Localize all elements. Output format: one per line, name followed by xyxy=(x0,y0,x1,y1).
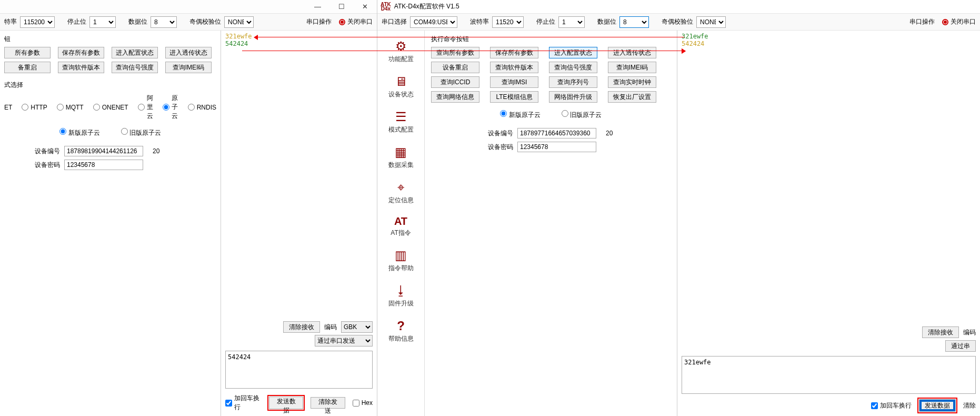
radio-et[interactable]: ET xyxy=(4,104,12,111)
query-sw-version-r[interactable]: 查询软件版本 xyxy=(490,62,538,73)
sidebar-item-help[interactable]: ?帮助信息 xyxy=(377,315,424,346)
sidebar-item-status[interactable]: 🖥设备状态 xyxy=(377,71,424,102)
device-id-input[interactable] xyxy=(64,146,143,156)
device-id-input-r[interactable] xyxy=(517,128,596,138)
parity-label: 奇偶校验位 xyxy=(189,17,221,26)
clear-partial-r: 清除 xyxy=(963,401,976,410)
radio-mqtt[interactable]: MQTT xyxy=(57,104,84,111)
minimize-button[interactable]: — xyxy=(306,0,329,14)
databit-label: 数据位 xyxy=(128,17,147,26)
stopbit-label: 停止位 xyxy=(67,17,86,26)
close-button[interactable]: ✕ xyxy=(353,0,377,14)
toolbar-right: 串口选择 COM49:USB-SEI 波特率 115200 停止位 1 数据位 … xyxy=(377,14,980,31)
atk-logo-icon: ATKD4x xyxy=(381,3,391,11)
send-via-r[interactable]: 通过串 xyxy=(945,340,976,352)
send-data-button-r[interactable]: 发送数据 xyxy=(919,399,956,412)
query-signal-button[interactable]: 查询信号强度 xyxy=(112,62,158,73)
enter-config-button[interactable]: 进入配置状态 xyxy=(112,47,158,58)
radio-aliyun[interactable]: 阿里云 xyxy=(138,94,153,121)
mode-radio-row: ET HTTP MQTT ONENET 阿里云 原子云 RNDIS xyxy=(4,94,216,121)
port-select[interactable]: COM49:USB-SEI xyxy=(410,16,457,28)
parity-label-r: 奇偶校验位 xyxy=(662,17,693,26)
sidebar-item-cmdhelp[interactable]: ▥指令帮助 xyxy=(377,245,424,276)
query-imei-button[interactable]: 查询IMEI码 xyxy=(165,62,212,73)
sidebar-item-firmware[interactable]: ⭳固件升级 xyxy=(377,280,424,311)
sidebar-item-mode[interactable]: ☰模式配置 xyxy=(377,106,424,137)
parity-select[interactable]: NONE xyxy=(224,16,254,28)
right-log-area: 321ewfe 542424 xyxy=(677,31,980,324)
radio-rndis[interactable]: RNDIS xyxy=(188,104,216,111)
factory-reset-r[interactable]: 恢复出厂设置 xyxy=(608,91,656,103)
device-pwd-input-r[interactable] xyxy=(517,142,596,152)
add-crlf-check[interactable]: 加回车换行 xyxy=(225,394,262,412)
left-window: — ☐ ✕ 特率 115200 停止位 1 数据位 8 奇偶校验位 NONE 串… xyxy=(0,0,377,416)
encoding-label-r: 编码 xyxy=(963,328,976,337)
query-net-r[interactable]: 查询网络信息 xyxy=(431,91,479,103)
left-config-panel: 钮 所有参数 保存所有参数 进入配置状态 进入透传状态 备重启 查询软件版本 查… xyxy=(0,31,221,416)
arrow-annotation-1 xyxy=(255,37,684,37)
device-restart-button[interactable]: 备重启 xyxy=(4,62,51,73)
radio-new-cloud[interactable]: 新版原子云 xyxy=(59,128,99,137)
radio-http[interactable]: HTTP xyxy=(22,104,47,111)
titlebar-right: ATKD4x ATK-D4x配置软件 V1.5 xyxy=(377,0,980,14)
device-pwd-input[interactable] xyxy=(64,160,143,170)
save-all-params-button[interactable]: 保存所有参数 xyxy=(58,47,104,58)
close-serial-button-r[interactable]: 关闭串口 xyxy=(942,17,976,26)
list-icon: ☰ xyxy=(395,110,407,124)
baud-select-r[interactable]: 115200 xyxy=(492,16,524,28)
query-imsi-r[interactable]: 查询IMSI xyxy=(490,76,538,88)
query-signal-r[interactable]: 查询信号强度 xyxy=(549,62,597,73)
query-all-params-button[interactable]: 所有参数 xyxy=(4,47,51,58)
query-sw-version-button[interactable]: 查询软件版本 xyxy=(58,62,104,73)
radio-old-cloud-r[interactable]: 旧版原子云 xyxy=(562,110,602,120)
question-icon: ? xyxy=(397,319,405,333)
hex-check[interactable]: Hex xyxy=(353,399,373,407)
log-line: 321ewfe xyxy=(682,33,976,40)
device-id-count: 20 xyxy=(153,147,159,155)
stopbit-select-r[interactable]: 1 xyxy=(558,16,585,28)
record-icon xyxy=(339,19,345,25)
radio-new-cloud-r[interactable]: 新版原子云 xyxy=(500,110,540,120)
send-data-button[interactable]: 发送数据 xyxy=(269,397,303,409)
sidebar-item-config[interactable]: ⚙功能配置 xyxy=(377,36,424,67)
send-textarea-r[interactable]: 321ewfe xyxy=(682,356,976,394)
radio-atom[interactable]: 原子云 xyxy=(163,94,178,121)
sidebar-item-at[interactable]: ATAT指令 xyxy=(377,212,424,241)
encoding-select[interactable]: GBK xyxy=(341,321,373,333)
query-all-params-r[interactable]: 查询所有参数 xyxy=(431,47,479,58)
sidebar-item-location[interactable]: ⌖定位信息 xyxy=(377,177,424,208)
serial-op-label-r: 串口操作 xyxy=(909,17,935,26)
databit-select-r[interactable]: 8 xyxy=(619,16,649,28)
baud-select[interactable]: 115200 xyxy=(20,16,55,28)
radio-old-cloud[interactable]: 旧版原子云 xyxy=(121,128,161,137)
query-imei-r[interactable]: 查询IMEI码 xyxy=(608,62,656,73)
query-iccid-r[interactable]: 查询ICCID xyxy=(431,76,479,88)
close-serial-button[interactable]: 关闭串口 xyxy=(339,17,373,26)
parity-select-r[interactable]: NONE xyxy=(696,16,726,28)
enter-transparent-button[interactable]: 进入透传状态 xyxy=(165,47,212,58)
clear-recv-button[interactable]: 清除接收 xyxy=(283,321,320,333)
right-window: ATKD4x ATK-D4x配置软件 V1.5 串口选择 COM49:USB-S… xyxy=(377,0,980,416)
location-icon: ⌖ xyxy=(397,180,405,195)
sidebar-item-collect[interactable]: ▦数据采集 xyxy=(377,142,424,173)
sidebar: ⚙功能配置 🖥设备状态 ☰模式配置 ▦数据采集 ⌖定位信息 ATAT指令 ▥指令… xyxy=(377,31,425,416)
query-serial-r[interactable]: 查询序列号 xyxy=(549,76,597,88)
lte-info-r[interactable]: LTE模组信息 xyxy=(490,91,538,103)
save-all-params-r[interactable]: 保存所有参数 xyxy=(490,47,538,58)
maximize-button[interactable]: ☐ xyxy=(329,0,353,14)
enter-config-r[interactable]: 进入配置状态 xyxy=(549,47,597,58)
send-via-select[interactable]: 通过串口发送 xyxy=(315,335,373,346)
stopbit-select[interactable]: 1 xyxy=(89,16,116,28)
enter-transparent-r[interactable]: 进入透传状态 xyxy=(608,47,656,58)
clear-recv-button-r[interactable]: 清除接收 xyxy=(922,326,959,338)
query-rtc-r[interactable]: 查询实时时钟 xyxy=(608,76,656,88)
record-icon xyxy=(942,19,948,25)
device-restart-r[interactable]: 设备重启 xyxy=(431,62,479,73)
radio-onenet[interactable]: ONENET xyxy=(93,104,128,111)
net-fw-upgrade-r[interactable]: 网络固件升级 xyxy=(549,91,597,103)
cloud-version-row: 新版原子云 旧版原子云 xyxy=(4,128,216,137)
send-textarea[interactable]: 542424 xyxy=(225,351,373,389)
clear-send-button[interactable]: 清除发送 xyxy=(311,397,345,409)
databit-select[interactable]: 8 xyxy=(151,16,177,28)
add-crlf-check-r[interactable]: 加回车换行 xyxy=(871,401,912,410)
